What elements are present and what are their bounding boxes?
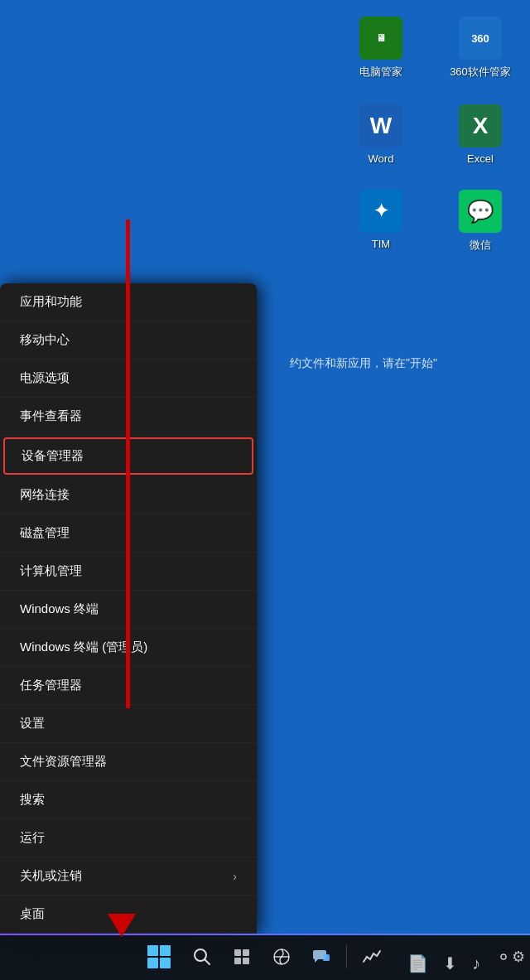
excel-icon: X [459, 104, 502, 147]
taskbar: 📄 ⬇ ♪ ⚙ [0, 934, 530, 980]
menu-item-settings[interactable]: 设置 [0, 705, 257, 743]
task-view-button[interactable] [224, 939, 260, 975]
widgets-icon [272, 947, 292, 967]
desktop-icon-word[interactable]: W Word [348, 104, 414, 165]
menu-item-search[interactable]: 搜索 [0, 781, 257, 819]
svg-point-11 [501, 954, 506, 959]
svg-rect-2 [234, 949, 241, 956]
desktop: 🖥 电脑管家 360 360软件管家 W Word X [0, 0, 530, 980]
desktop-icon-row-1: 🖥 电脑管家 360 360软件管家 [348, 17, 513, 80]
gear-icon [495, 949, 512, 965]
svg-rect-3 [243, 949, 249, 956]
monitor-icon [362, 947, 382, 967]
desktop-icon-pcmgr[interactable]: 🖥 电脑管家 [348, 17, 414, 80]
tray-download-icon[interactable]: ⬇ [443, 953, 457, 973]
menu-item-shutdown[interactable]: 关机或注销 › [0, 857, 257, 896]
widgets-button[interactable] [263, 939, 300, 975]
taskbar-right-icons: ⚙ [494, 939, 527, 975]
desktop-icon-row-3: ✦ TIM 💬 微信 [348, 190, 513, 253]
red-arrow-line [126, 220, 130, 708]
excel-label: Excel [467, 152, 494, 165]
shutdown-arrow-icon: › [233, 870, 237, 883]
taskbar-divider [346, 945, 347, 968]
svg-rect-10 [323, 954, 330, 961]
monitor-button[interactable] [354, 939, 390, 975]
word-label: Word [369, 152, 394, 165]
desktop-icon-tim[interactable]: ✦ TIM [348, 190, 414, 253]
desktop-icon-360[interactable]: 360 360软件管家 [447, 17, 513, 80]
desktop-message: 约文件和新应用，请在"开始" [290, 356, 437, 371]
start-button[interactable] [141, 939, 177, 975]
desktop-icon-row-2: W Word X Excel [348, 104, 513, 165]
tim-icon: ✦ [359, 190, 402, 233]
desktop-icons-area: 🖥 电脑管家 360 360软件管家 W Word X [348, 17, 513, 253]
360-icon: 360 [459, 17, 502, 60]
word-icon: W [359, 104, 402, 147]
search-icon [193, 948, 211, 966]
svg-marker-9 [315, 959, 318, 963]
settings-tray-icon[interactable]: ⚙ [494, 939, 527, 975]
wechat-label: 微信 [470, 238, 491, 253]
menu-item-run[interactable]: 运行 [0, 819, 257, 857]
svg-rect-4 [234, 958, 241, 964]
taskbar-tray: 📄 ⬇ ♪ [407, 953, 480, 973]
tim-label: TIM [372, 238, 390, 250]
pcmgr-label: 电脑管家 [359, 65, 402, 80]
desktop-icon-wechat[interactable]: 💬 微信 [447, 190, 513, 253]
red-arrow-head [108, 914, 136, 937]
svg-line-1 [205, 959, 210, 964]
pcmgr-icon: 🖥 [359, 17, 402, 60]
tray-music-icon[interactable]: ♪ [472, 954, 480, 973]
wechat-icon: 💬 [459, 190, 502, 233]
360-label: 360软件管家 [450, 65, 511, 80]
chat-icon [311, 947, 331, 967]
svg-rect-5 [243, 958, 249, 964]
taskbar-accent-bar [0, 934, 530, 935]
desktop-icon-excel[interactable]: X Excel [447, 104, 513, 165]
chat-button[interactable] [303, 939, 340, 975]
search-button[interactable] [184, 939, 220, 975]
menu-item-file-explorer[interactable]: 文件资源管理器 [0, 743, 257, 781]
task-view-icon [233, 948, 251, 966]
tray-file-icon[interactable]: 📄 [407, 953, 428, 973]
windows-logo-icon [147, 945, 171, 968]
